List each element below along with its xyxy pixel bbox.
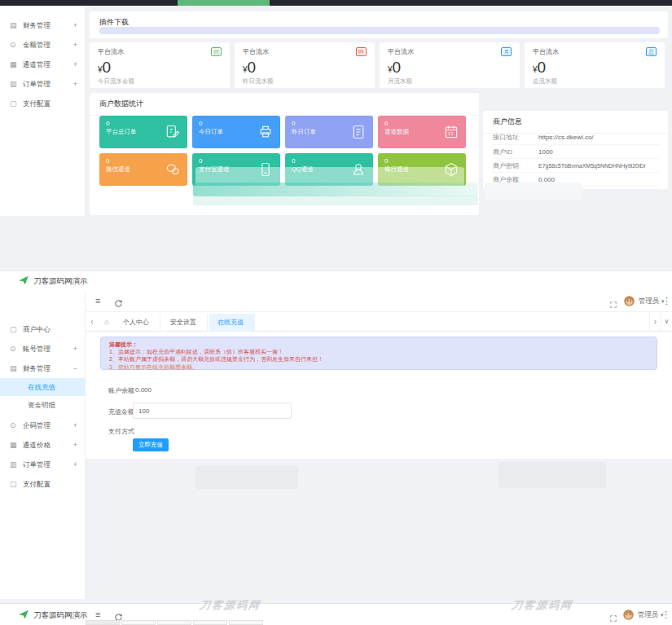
tile-yesterday-orders: 0 昨日订单	[285, 116, 373, 148]
user-menu[interactable]: 管理员 ▾	[639, 297, 664, 306]
expand-icon[interactable]: +	[73, 15, 77, 35]
kebab-menu-icon[interactable]: ⋮	[661, 610, 670, 620]
edit-order-icon	[165, 124, 181, 143]
paper-plane-icon	[18, 609, 29, 622]
stat-card-month: 平台流水月 ¥0 月流水额	[380, 42, 520, 88]
tabs-scroll-left[interactable]: ‹	[86, 312, 99, 332]
sidebar-item-channel-mgmt[interactable]: ▦通道管理+	[0, 55, 86, 74]
wechat-icon	[165, 161, 181, 181]
admin-sidebar: ▤财务管理+ ⊙金额管理+ ▦通道管理+ ▥订单管理+ ▢支付配置	[0, 6, 86, 216]
balance-value: 0.000	[135, 386, 152, 394]
expand-icon[interactable]: +	[73, 455, 77, 474]
sidebar-item-label: 在线充值	[28, 383, 55, 391]
expand-icon[interactable]: +	[73, 35, 77, 55]
fullscreen-icon[interactable]	[609, 297, 617, 312]
merchant-toolbar: ≡ 管理员 ▾ ⋮	[86, 291, 672, 312]
menu-icon[interactable]: ≡	[95, 610, 100, 619]
pay-config-icon: ▢	[10, 94, 20, 113]
sidebar-item-label: 商户中心	[23, 325, 51, 333]
expand-icon[interactable]: +	[73, 339, 77, 359]
row-value: E7g58c5TbBvmaXM5q5NNDHNHy9l20iDr	[538, 163, 646, 169]
sidebar-item-label: 账号管理	[23, 345, 51, 353]
stat-title: 平台流水	[98, 47, 124, 56]
row-label: 商户ID	[493, 145, 538, 159]
watermark: 刀客源码网	[511, 598, 574, 613]
sidebar-item-account-mgmt[interactable]: ⊙账号管理+	[0, 339, 86, 359]
tabs-more-icon[interactable]: ∨	[661, 312, 672, 332]
sidebar-item-fund-detail[interactable]: 资金明细	[0, 396, 86, 414]
month-badge: 月	[501, 47, 512, 56]
sidebar-item-merchant-center[interactable]: ▢商户中心	[0, 319, 86, 339]
sidebar-item-label: 企码管理	[23, 421, 51, 429]
merchant-center-icon: ▢	[10, 319, 20, 339]
sidebar-item-finance-mgmt[interactable]: ▤财务管理−	[0, 359, 86, 378]
kebab-menu-icon[interactable]: ⋮	[662, 296, 671, 306]
collapse-icon[interactable]: −	[73, 359, 77, 378]
document-icon	[350, 124, 367, 143]
teal-watermark-overlay	[193, 183, 478, 196]
avatar[interactable]	[622, 609, 635, 624]
row-label: 商户密钥	[493, 159, 538, 173]
recharge-submit-button[interactable]: 立即充值	[133, 438, 169, 451]
cutoff-tab-segment	[157, 620, 191, 625]
sidebar-item-pay-config[interactable]: ▢支付配置	[0, 94, 86, 113]
app-logo: 刀客源码网演示	[18, 275, 88, 288]
qr-code-icon: ⊙	[10, 416, 20, 435]
expand-icon[interactable]: +	[73, 55, 77, 74]
user-menu[interactable]: 管理员 ▾	[638, 610, 663, 620]
cutoff-tab-segment	[229, 620, 263, 625]
stat-card-today: 平台流水日 ¥0 今日流水金额	[90, 42, 230, 88]
sidebar-item-pay-config[interactable]: ▢支付配置	[0, 474, 86, 494]
stat-sublabel: 今日流水金额	[98, 77, 222, 86]
fullscreen-icon[interactable]	[609, 611, 617, 625]
channel-icon: ▦	[10, 55, 20, 74]
teal-watermark-overlay-2	[193, 196, 478, 205]
expand-icon[interactable]: +	[73, 435, 77, 455]
sidebar-item-order-mgmt[interactable]: ▥订单管理+	[0, 455, 86, 474]
amount-label: 充值金额	[108, 407, 134, 416]
avatar[interactable]	[623, 295, 635, 310]
notice-line: 3、您站只显示在线充值额度余额。	[109, 363, 648, 371]
tabs-scroll-right[interactable]: ›	[649, 312, 661, 332]
pay-method-label: 支付方式	[108, 427, 134, 436]
merchant-stats-title: 商户数据统计	[90, 93, 479, 116]
refresh-icon[interactable]	[114, 297, 123, 311]
tile-channel-data: 0 通道数据	[378, 116, 466, 148]
amount-input[interactable]	[133, 403, 292, 419]
sidebar-item-label: 订单管理	[23, 80, 51, 88]
stat-value: 0	[103, 59, 112, 76]
info-row-api: 接口地址https://cs.dkewl.co/	[493, 130, 660, 144]
tile-wechat-channel: 0 微信通道	[99, 153, 187, 186]
sidebar-item-label: 订单管理	[23, 460, 51, 469]
tab-recharge[interactable]: 在线充值×	[209, 314, 255, 332]
plugin-progress-bar	[99, 27, 660, 34]
paper-plane-icon	[18, 275, 29, 288]
blur-overlay	[485, 183, 582, 200]
plugin-download-title: 插件下载	[90, 11, 668, 28]
tabs-bar: ‹ ⌂ 个人中心× 安全设置× 在线充值× › ∨	[86, 312, 672, 332]
stat-card-total: 平台流水总 ¥0 总流水额	[525, 42, 665, 88]
notice-box: 温馨提示： 1、温馨提示：如在充值中遇到延迟，请联系（值）班客服核实一遍！ 2、…	[100, 337, 657, 370]
menu-icon[interactable]: ≡	[95, 296, 100, 306]
sidebar-item-finance[interactable]: ▤财务管理+	[0, 15, 86, 35]
sidebar-item-order-mgmt[interactable]: ▥订单管理+	[0, 74, 86, 94]
tab-label: 个人中心	[123, 319, 149, 326]
stat-value: 0	[248, 59, 257, 76]
blur-overlay	[195, 466, 298, 489]
sidebar-item-ent-code-mgmt[interactable]: ⊙企码管理+	[0, 416, 86, 435]
tab-profile[interactable]: 个人中心×	[115, 314, 160, 332]
expand-icon[interactable]: +	[73, 74, 77, 94]
sidebar-item-label: 支付配置	[23, 480, 51, 488]
row-label: 接口地址	[493, 130, 538, 144]
sidebar-item-online-recharge[interactable]: 在线充值	[0, 378, 86, 396]
tile-today-orders: 0 今日订单	[192, 116, 280, 148]
sidebar-item-channel-price[interactable]: ▦通道价格+	[0, 435, 86, 455]
expand-icon[interactable]: +	[73, 416, 77, 435]
stat-sublabel: 昨日流水额	[243, 77, 367, 86]
channel-price-icon: ▦	[10, 435, 20, 455]
sidebar-item-balance-mgmt[interactable]: ⊙金额管理+	[0, 35, 86, 55]
row-value: 1000	[538, 148, 553, 156]
stat-value: 0	[538, 59, 547, 76]
home-tab-icon[interactable]: ⌂	[99, 312, 115, 332]
tab-security[interactable]: 安全设置×	[162, 314, 208, 332]
